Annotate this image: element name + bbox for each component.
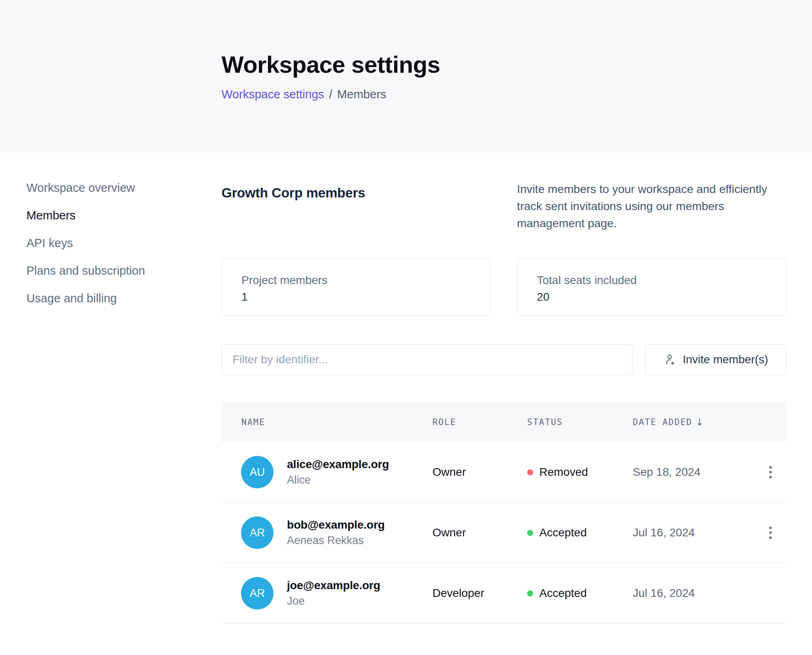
row-menu-button[interactable] bbox=[765, 462, 776, 482]
user-plus-icon bbox=[664, 353, 677, 366]
member-identity: alice@example.org Alice bbox=[287, 458, 389, 486]
member-email: alice@example.org bbox=[287, 458, 389, 471]
column-header-label: DATE ADDED bbox=[633, 417, 692, 427]
breadcrumb-separator: / bbox=[329, 88, 332, 101]
members-panel: Growth Corp members Invite members to yo… bbox=[221, 153, 786, 624]
stat-label: Project members bbox=[241, 274, 490, 287]
kebab-dot bbox=[769, 466, 772, 468]
sidebar-item-workspace-overview[interactable]: Workspace overview bbox=[26, 181, 135, 195]
member-status: Accepted bbox=[527, 526, 633, 539]
kebab-dot bbox=[769, 527, 772, 529]
intro-row: Growth Corp members Invite members to yo… bbox=[221, 180, 786, 232]
members-description: Invite members to your workspace and eff… bbox=[517, 180, 786, 232]
sidebar-item-members[interactable]: Members bbox=[26, 209, 76, 222]
stat-card-project-members: Project members 1 bbox=[221, 258, 491, 316]
member-status: Accepted bbox=[527, 587, 633, 600]
page-title: Workspace settings bbox=[221, 51, 788, 78]
member-email: joe@example.org bbox=[287, 579, 380, 592]
member-date-added: Sep 18, 2024 bbox=[633, 466, 755, 479]
stat-value: 1 bbox=[241, 291, 490, 304]
kebab-dot bbox=[769, 536, 772, 539]
invite-button-label: Invite member(s) bbox=[683, 353, 768, 366]
member-identity: joe@example.org Joe bbox=[287, 579, 380, 607]
settings-sidebar: Workspace overview Members API keys Plan… bbox=[0, 153, 221, 624]
status-label: Removed bbox=[539, 466, 588, 479]
member-name: Aeneas Rekkas bbox=[287, 534, 385, 547]
table-row: AU alice@example.org Alice Owner Removed… bbox=[221, 442, 786, 503]
kebab-dot bbox=[769, 471, 772, 473]
member-name-cell: AR joe@example.org Joe bbox=[221, 577, 432, 609]
breadcrumb-current: Members bbox=[337, 88, 386, 101]
member-email: bob@example.org bbox=[287, 518, 385, 531]
member-name: Alice bbox=[287, 474, 389, 486]
member-actions-cell bbox=[755, 523, 786, 543]
invite-members-button[interactable]: Invite member(s) bbox=[645, 344, 786, 375]
stat-label: Total seats included bbox=[537, 274, 786, 287]
kebab-dot bbox=[769, 531, 772, 534]
avatar: AU bbox=[241, 456, 274, 488]
stats-row: Project members 1 Total seats included 2… bbox=[221, 258, 786, 316]
stat-value: 20 bbox=[537, 291, 786, 304]
member-date-added: Jul 16, 2024 bbox=[633, 587, 755, 600]
filter-input[interactable] bbox=[221, 344, 632, 375]
status-label: Accepted bbox=[539, 587, 587, 600]
workspace-settings-page: Workspace settings Workspace settings / … bbox=[0, 0, 812, 624]
table-row: AR bob@example.org Aeneas Rekkas Owner A… bbox=[221, 503, 786, 563]
table-header-row: NAME ROLE STATUS DATE ADDED ↓ bbox=[221, 402, 786, 442]
table-row: AR joe@example.org Joe Developer Accepte… bbox=[221, 563, 786, 624]
sidebar-item-api-keys[interactable]: API keys bbox=[26, 236, 73, 250]
row-menu-button[interactable] bbox=[765, 523, 776, 543]
column-header-date-added[interactable]: DATE ADDED ↓ bbox=[633, 417, 755, 427]
sidebar-item-plans-and-subscription[interactable]: Plans and subscription bbox=[26, 264, 145, 278]
members-heading: Growth Corp members bbox=[221, 180, 491, 201]
member-status: Removed bbox=[527, 466, 633, 479]
member-identity: bob@example.org Aeneas Rekkas bbox=[287, 518, 385, 547]
avatar: AR bbox=[241, 577, 274, 609]
column-header-name[interactable]: NAME bbox=[221, 417, 432, 427]
member-role: Owner bbox=[432, 466, 527, 479]
members-toolbar: Invite member(s) bbox=[221, 344, 786, 375]
member-role: Owner bbox=[432, 526, 527, 539]
page-header: Workspace settings Workspace settings / … bbox=[0, 0, 812, 153]
member-name: Joe bbox=[287, 595, 380, 607]
members-table: NAME ROLE STATUS DATE ADDED ↓ AU alice@e… bbox=[221, 402, 786, 624]
member-name-cell: AR bob@example.org Aeneas Rekkas bbox=[221, 516, 432, 549]
member-date-added: Jul 16, 2024 bbox=[633, 526, 755, 539]
status-label: Accepted bbox=[539, 526, 587, 539]
member-name-cell: AU alice@example.org Alice bbox=[221, 456, 432, 488]
status-dot bbox=[527, 469, 533, 475]
avatar: AR bbox=[241, 516, 274, 549]
content-area: Workspace overview Members API keys Plan… bbox=[0, 153, 812, 624]
status-dot bbox=[527, 590, 533, 596]
member-role: Developer bbox=[432, 587, 527, 600]
column-header-status[interactable]: STATUS bbox=[527, 417, 633, 427]
sidebar-item-usage-and-billing[interactable]: Usage and billing bbox=[26, 292, 117, 305]
column-header-role[interactable]: ROLE bbox=[432, 417, 527, 427]
status-dot bbox=[527, 530, 533, 536]
sort-descending-icon: ↓ bbox=[695, 417, 703, 427]
kebab-dot bbox=[769, 476, 772, 478]
stat-card-total-seats: Total seats included 20 bbox=[517, 258, 786, 316]
member-actions-cell bbox=[755, 462, 786, 482]
breadcrumb: Workspace settings / Members bbox=[221, 88, 788, 101]
breadcrumb-link-workspace-settings[interactable]: Workspace settings bbox=[221, 88, 324, 101]
